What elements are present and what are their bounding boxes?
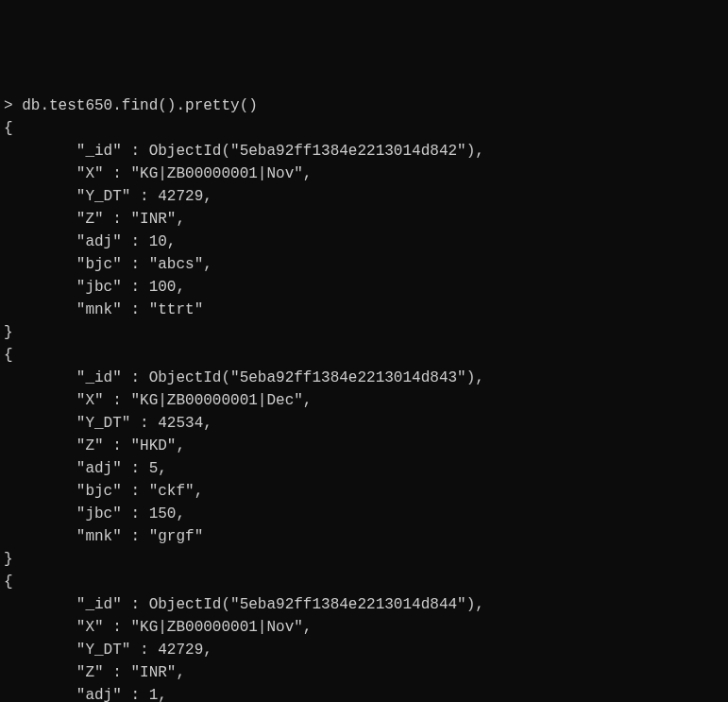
json-field-line: "adj" : 1, bbox=[4, 687, 167, 702]
json-close-brace: } bbox=[4, 324, 13, 341]
json-field-line: "jbc" : 100, bbox=[4, 279, 185, 296]
json-open-brace: { bbox=[4, 574, 13, 591]
json-close-brace: } bbox=[4, 551, 13, 568]
json-field-line: "_id" : ObjectId("5eba92ff1384e2213014d8… bbox=[4, 596, 484, 613]
command-prompt: > db.test650.find().pretty() bbox=[4, 97, 258, 114]
json-open-brace: { bbox=[4, 120, 13, 137]
json-open-brace: { bbox=[4, 347, 13, 364]
json-field-line: "mnk" : "grgf" bbox=[4, 528, 203, 545]
json-field-line: "jbc" : 150, bbox=[4, 505, 185, 522]
json-field-line: "Y_DT" : 42729, bbox=[4, 642, 212, 659]
json-field-line: "adj" : 5, bbox=[4, 460, 167, 477]
json-field-line: "Z" : "HKD", bbox=[4, 437, 185, 454]
json-field-line: "_id" : ObjectId("5eba92ff1384e2213014d8… bbox=[4, 143, 484, 160]
json-field-line: "X" : "KG|ZB00000001|Dec", bbox=[4, 392, 312, 409]
terminal-output: > db.test650.find().pretty() { "_id" : O… bbox=[4, 94, 724, 702]
json-field-line: "bjc" : "abcs", bbox=[4, 256, 212, 273]
json-field-line: "_id" : ObjectId("5eba92ff1384e2213014d8… bbox=[4, 369, 484, 386]
json-field-line: "X" : "KG|ZB00000001|Nov", bbox=[4, 165, 312, 182]
json-field-line: "Y_DT" : 42729, bbox=[4, 188, 212, 205]
json-field-line: "adj" : 10, bbox=[4, 233, 176, 250]
json-field-line: "mnk" : "ttrt" bbox=[4, 301, 203, 318]
json-field-line: "bjc" : "ckf", bbox=[4, 483, 203, 500]
json-field-line: "Z" : "INR", bbox=[4, 211, 185, 228]
json-field-line: "Z" : "INR", bbox=[4, 664, 185, 681]
json-field-line: "Y_DT" : 42534, bbox=[4, 415, 212, 432]
json-field-line: "X" : "KG|ZB00000001|Nov", bbox=[4, 619, 312, 636]
